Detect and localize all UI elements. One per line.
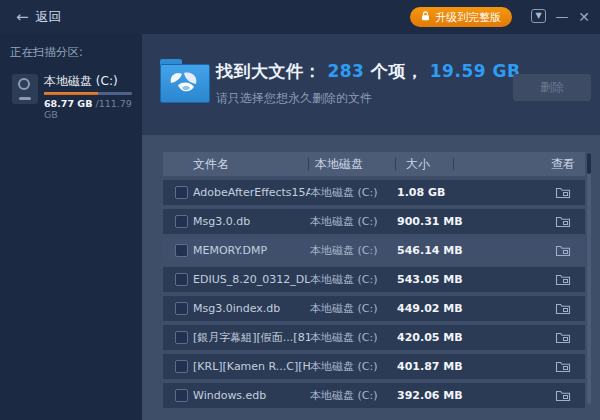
close-icon[interactable]: ✕ — [577, 9, 591, 25]
file-disk: 本地磁盘 (C:) — [310, 388, 395, 403]
found-count: 283 — [327, 61, 364, 81]
table-row[interactable]: MEMORY.DMP 本地磁盘 (C:) 546.14 MB — [163, 238, 585, 263]
file-list: AdobeAfterEffects15AllTrial.zip 本地磁盘 (C:… — [163, 180, 585, 408]
drive-name: 本地磁盘 (C:) — [44, 73, 118, 90]
open-folder-icon[interactable] — [507, 302, 585, 315]
sidebar: 正在扫描分区: 本地磁盘 (C:) 68.77 GB /111.79 GB — [0, 34, 142, 420]
hard-disk-icon — [12, 74, 38, 104]
upgrade-button[interactable]: 升级到完整版 — [410, 7, 512, 27]
scrollbar-thumb[interactable] — [587, 153, 591, 174]
table-row[interactable]: Msg3.0.db 本地磁盘 (C:) 900.31 MB — [163, 209, 585, 234]
drive-usage-bar — [44, 92, 132, 95]
minimize-icon[interactable]: — — [555, 9, 569, 25]
file-name: [KRL][Kamen R...C][Hi10p].mp4 — [193, 360, 310, 373]
scanning-label: 正在扫描分区: — [10, 45, 83, 60]
column-view: 查看 — [506, 156, 585, 173]
file-disk: 本地磁盘 (C:) — [310, 359, 395, 374]
table-row[interactable]: [銀月字幕組][假面...[810P].mp4 本地磁盘 (C:) 420.05… — [163, 325, 585, 350]
open-folder-icon[interactable] — [507, 215, 585, 228]
file-size: 900.31 MB — [397, 215, 507, 228]
row-checkbox[interactable] — [175, 215, 188, 228]
row-checkbox[interactable] — [175, 302, 188, 315]
upgrade-label: 升级到完整版 — [435, 10, 501, 25]
back-label: 返回 — [36, 8, 62, 26]
file-name: Windows.edb — [193, 389, 310, 402]
file-disk: 本地磁盘 (C:) — [310, 243, 395, 258]
column-disk[interactable]: 本地磁盘 — [315, 156, 395, 173]
file-name: [銀月字幕組][假面...[810P].mp4 — [193, 330, 310, 345]
delete-button[interactable]: 删除 — [513, 74, 591, 101]
file-size: 392.06 MB — [397, 389, 507, 402]
file-disk: 本地磁盘 (C:) — [310, 301, 395, 316]
big-files-folder-icon — [160, 59, 210, 103]
file-size: 1.08 GB — [397, 186, 507, 199]
file-name: MEMORY.DMP — [193, 244, 310, 257]
drive-used-value: 68.77 GB — [44, 98, 92, 109]
title-bar: ← 返回 升级到完整版 ▼ — ✕ — [0, 0, 600, 34]
row-checkbox[interactable] — [175, 186, 188, 199]
open-folder-icon[interactable] — [507, 331, 585, 344]
table-row[interactable]: [KRL][Kamen R...C][Hi10p].mp4 本地磁盘 (C:) … — [163, 354, 585, 379]
file-size: 546.14 MB — [397, 244, 507, 257]
file-disk: 本地磁盘 (C:) — [310, 185, 395, 200]
row-checkbox[interactable] — [175, 360, 188, 373]
file-size: 420.05 MB — [397, 331, 507, 344]
file-disk: 本地磁盘 (C:) — [310, 214, 395, 229]
whale-logo-icon — [168, 69, 202, 95]
file-table: 文件名 本地磁盘 大小 查看 AdobeAfterEffects15AllTri… — [163, 152, 585, 408]
found-total-size: 19.59 GB — [430, 61, 521, 81]
table-header: 文件名 本地磁盘 大小 查看 — [163, 152, 585, 176]
drive-item[interactable]: 本地磁盘 (C:) 68.77 GB /111.79 GB — [0, 70, 142, 116]
row-checkbox[interactable] — [175, 273, 188, 286]
table-row[interactable]: Msg3.0index.db 本地磁盘 (C:) 449.02 MB — [163, 296, 585, 321]
row-checkbox[interactable] — [175, 244, 188, 257]
found-subtitle: 请只选择您想永久删除的文件 — [216, 90, 372, 107]
header-divider — [395, 158, 396, 170]
open-folder-icon[interactable] — [507, 273, 585, 286]
open-folder-icon[interactable] — [507, 244, 585, 257]
column-size[interactable]: 大小 — [406, 156, 506, 173]
table-scrollbar[interactable] — [587, 152, 591, 404]
found-title-prefix: 找到大文件： — [216, 61, 321, 81]
row-checkbox[interactable] — [175, 331, 188, 344]
file-table-panel: 文件名 本地磁盘 大小 查看 AdobeAfterEffects15AllTri… — [142, 135, 600, 420]
file-disk: 本地磁盘 (C:) — [310, 330, 395, 345]
file-name: AdobeAfterEffects15AllTrial.zip — [193, 186, 310, 199]
file-name: Msg3.0index.db — [193, 302, 310, 315]
file-size: 401.87 MB — [397, 360, 507, 373]
column-filename[interactable]: 文件名 — [193, 156, 308, 173]
table-row[interactable]: EDIUS_8.20_0312_DL_Setup.exe 本地磁盘 (C:) 5… — [163, 267, 585, 292]
back-arrow-icon: ← — [16, 8, 29, 26]
header-divider — [308, 158, 309, 170]
results-header: 找到大文件： 283 个项， 19.59 GB 请只选择您想永久删除的文件 删除 — [142, 34, 600, 135]
back-button[interactable]: ← 返回 — [16, 8, 62, 26]
open-folder-icon[interactable] — [507, 389, 585, 402]
file-name: EDIUS_8.20_0312_DL_Setup.exe — [193, 273, 310, 286]
drive-usage-text: 68.77 GB /111.79 GB — [44, 98, 142, 120]
table-row[interactable]: AdobeAfterEffects15AllTrial.zip 本地磁盘 (C:… — [163, 180, 585, 205]
file-size: 543.05 MB — [397, 273, 507, 286]
file-name: Msg3.0.db — [193, 215, 310, 228]
found-count-suffix: 个项， — [371, 61, 424, 81]
open-folder-icon[interactable] — [507, 186, 585, 199]
table-row[interactable]: Windows.edb 本地磁盘 (C:) 392.06 MB — [163, 383, 585, 408]
found-title: 找到大文件： 283 个项， 19.59 GB — [216, 60, 520, 83]
file-size: 449.02 MB — [397, 302, 507, 315]
drive-usage-bar-used — [44, 92, 98, 95]
file-disk: 本地磁盘 (C:) — [310, 272, 395, 287]
row-checkbox[interactable] — [175, 389, 188, 402]
menu-dropdown-icon[interactable]: ▼ — [531, 9, 546, 23]
lock-icon — [421, 11, 430, 24]
open-folder-icon[interactable] — [507, 360, 585, 373]
header-divider — [453, 158, 454, 170]
